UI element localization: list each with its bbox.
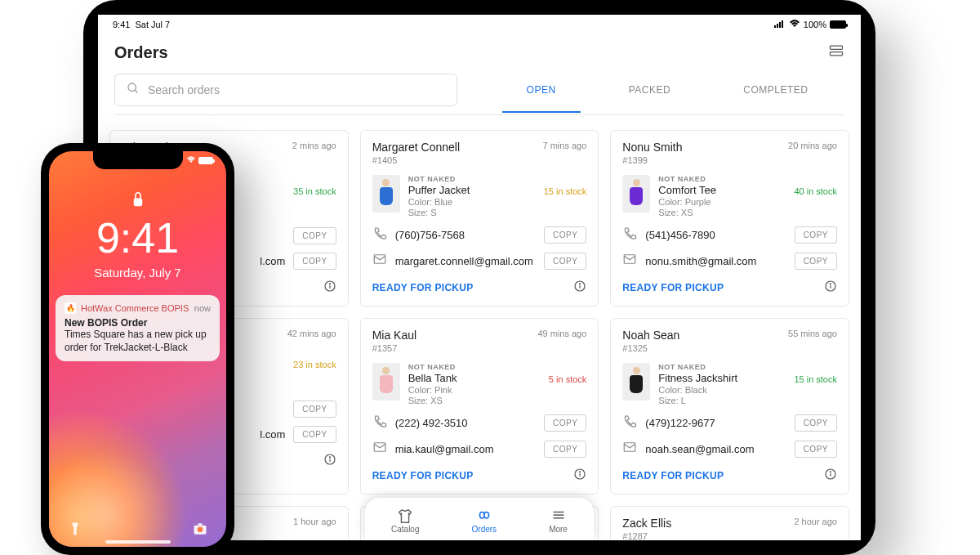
- copy-button[interactable]: COPY: [293, 253, 336, 270]
- product-color: Color: Purple: [658, 197, 786, 207]
- order-number: #1325: [622, 343, 679, 353]
- search-icon: [127, 82, 140, 98]
- svg-rect-3: [782, 20, 783, 28]
- nav-label: More: [549, 525, 568, 534]
- svg-point-25: [580, 472, 581, 472]
- email-icon: [372, 440, 387, 458]
- battery-percent: 100%: [804, 20, 826, 29]
- order-time: 2 hour ago: [794, 517, 837, 526]
- order-card[interactable]: Nonu Smith #1399 20 mins ago NOT NAKED C…: [610, 130, 849, 307]
- phone-notch: [93, 151, 183, 169]
- battery-icon: [830, 20, 846, 29]
- product-name: Bella Tank: [408, 372, 541, 384]
- copy-button[interactable]: COPY: [293, 401, 336, 418]
- svg-rect-40: [198, 523, 203, 526]
- battery-icon: [198, 157, 213, 164]
- product-thumbnail: [622, 175, 650, 213]
- order-email: mia.kaul@gmail.com: [395, 443, 536, 455]
- nav-more[interactable]: More: [549, 508, 568, 534]
- svg-point-29: [830, 472, 831, 472]
- info-icon[interactable]: [573, 280, 586, 296]
- tab-completed[interactable]: COMPLETED: [727, 74, 824, 105]
- svg-point-10: [329, 284, 330, 284]
- info-icon[interactable]: [323, 280, 336, 296]
- email-icon: [622, 440, 637, 458]
- copy-button[interactable]: COPY: [795, 414, 837, 432]
- product-brand: NOT NAKED: [658, 175, 786, 183]
- lock-icon: [131, 190, 145, 212]
- stock-badge: 15 in stock: [794, 374, 837, 384]
- product-thumbnail: [372, 175, 400, 213]
- info-icon[interactable]: [824, 468, 837, 484]
- stock-badge: 40 in stock: [794, 186, 837, 196]
- order-time: 2 mins ago: [292, 141, 336, 150]
- info-icon[interactable]: [573, 468, 586, 484]
- phone-icon: [622, 414, 637, 432]
- order-card[interactable]: Noah Sean #1325 55 mins ago NOT NAKED Fi…: [610, 318, 849, 495]
- copy-button[interactable]: COPY: [544, 414, 586, 432]
- camera-icon[interactable]: [192, 521, 208, 540]
- ready-for-pickup-button[interactable]: READY FOR PICKUP: [622, 470, 724, 481]
- order-card[interactable]: Zack Ellis #1287 2 hour ago: [610, 506, 849, 540]
- stock-badge: 5 in stock: [549, 374, 586, 384]
- svg-rect-1: [777, 24, 778, 28]
- order-number: #1405: [372, 155, 460, 165]
- order-number: #1287: [622, 531, 671, 540]
- cellular-icon: [774, 20, 786, 29]
- nav-catalog[interactable]: Catalog: [391, 508, 419, 534]
- order-phone: (222) 492-3510: [395, 417, 536, 429]
- copy-button[interactable]: COPY: [544, 226, 586, 244]
- copy-button[interactable]: COPY: [795, 226, 837, 244]
- tab-packed[interactable]: PACKED: [612, 74, 687, 105]
- nav-orders[interactable]: Orders: [472, 508, 497, 534]
- copy-button[interactable]: COPY: [544, 441, 586, 458]
- flashlight-icon[interactable]: [67, 521, 83, 540]
- page-title: Orders: [114, 43, 168, 62]
- order-email: noah.sean@gmail.com: [645, 443, 786, 455]
- order-card[interactable]: Mia Kaul #1357 49 mins ago NOT NAKED Bel…: [360, 318, 599, 495]
- tab-open[interactable]: OPEN: [510, 74, 572, 105]
- order-phone: (541)456-7890: [645, 229, 786, 241]
- email-icon: [622, 252, 637, 270]
- notification-body: Times Square has a new pick up order for…: [65, 329, 211, 354]
- order-time: 20 mins ago: [788, 141, 837, 150]
- ready-for-pickup-button[interactable]: READY FOR PICKUP: [372, 282, 474, 293]
- search-input[interactable]: [148, 83, 445, 96]
- email-icon: [372, 252, 387, 270]
- product-name: Comfort Tee: [658, 184, 786, 196]
- copy-button[interactable]: COPY: [795, 441, 837, 458]
- phone-lock-screen: 9:41 Saturday, July 7 🔥 HotWax Commerce …: [49, 151, 226, 547]
- ready-for-pickup-button[interactable]: READY FOR PICKUP: [372, 470, 474, 481]
- nav-label: Orders: [472, 525, 497, 534]
- order-phone: (760)756-7568: [395, 229, 536, 241]
- order-customer-name: Nonu Smith: [622, 141, 682, 154]
- notification-card[interactable]: 🔥 HotWax Commerce BOPIS now New BOPIS Or…: [56, 295, 220, 361]
- ready-for-pickup-button[interactable]: READY FOR PICKUP: [622, 282, 724, 293]
- copy-button[interactable]: COPY: [293, 426, 336, 443]
- info-icon[interactable]: [323, 453, 336, 469]
- order-time: 1 hour ago: [293, 517, 336, 526]
- phone-icon: [372, 414, 387, 432]
- order-customer-name: Margaret Connell: [372, 141, 460, 154]
- svg-line-7: [135, 90, 137, 92]
- filter-icon[interactable]: [828, 43, 844, 62]
- info-icon[interactable]: [824, 280, 837, 296]
- home-indicator[interactable]: [105, 540, 171, 544]
- svg-point-39: [198, 527, 203, 533]
- copy-button[interactable]: COPY: [293, 227, 336, 244]
- product-size: Size: S: [408, 208, 536, 217]
- svg-point-21: [329, 457, 330, 458]
- order-phone: (479)122-9677: [645, 417, 786, 429]
- product-thumbnail: [372, 363, 400, 401]
- order-time: 42 mins ago: [287, 329, 336, 338]
- copy-button[interactable]: COPY: [544, 253, 586, 270]
- order-card[interactable]: Margaret Connell #1405 7 mins ago NOT NA…: [360, 130, 599, 307]
- svg-rect-0: [774, 25, 776, 28]
- search-input-container[interactable]: [114, 74, 457, 106]
- status-time: 9:41: [113, 20, 130, 29]
- product-name: Fitness Jackshirt: [658, 372, 786, 384]
- product-size: Size: L: [658, 396, 786, 405]
- copy-button[interactable]: COPY: [795, 253, 837, 270]
- order-email: margaret.connell@gmail.com: [395, 255, 536, 267]
- product-thumbnail: [622, 363, 650, 401]
